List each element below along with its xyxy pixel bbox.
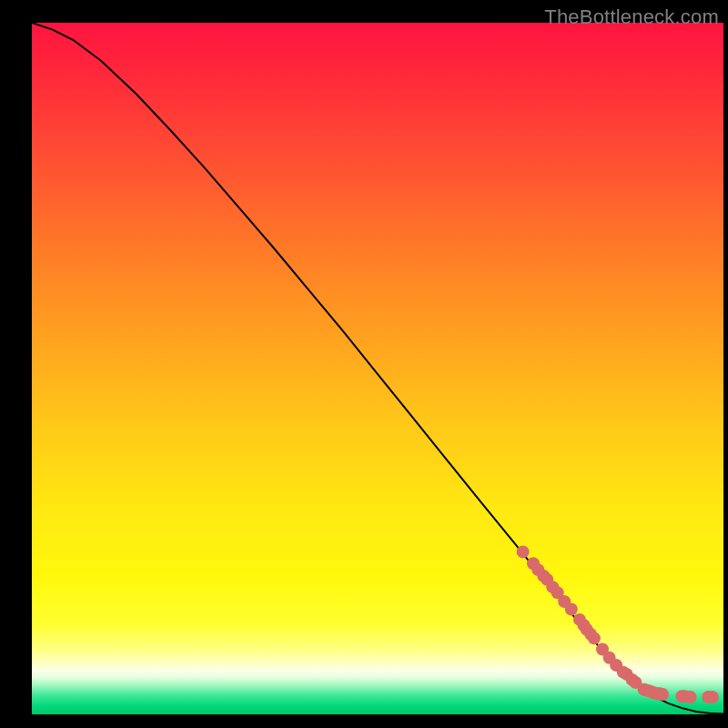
data-point bbox=[648, 686, 661, 699]
data-point bbox=[684, 691, 697, 703]
data-point bbox=[527, 557, 540, 570]
data-point bbox=[531, 563, 544, 576]
data-point bbox=[652, 687, 664, 700]
chart-background-gradient bbox=[32, 23, 723, 714]
data-point bbox=[640, 683, 652, 696]
data-point bbox=[656, 688, 669, 701]
data-point bbox=[537, 570, 550, 582]
performance-curve bbox=[32, 23, 723, 714]
data-point bbox=[626, 673, 639, 686]
data-point bbox=[541, 573, 553, 586]
data-point bbox=[706, 691, 719, 703]
watermark-text: TheBottleneck.com bbox=[544, 5, 719, 29]
data-point bbox=[588, 632, 601, 644]
data-markers-group bbox=[517, 545, 719, 703]
data-point bbox=[610, 659, 622, 672]
data-point bbox=[702, 691, 714, 703]
data-point bbox=[629, 676, 642, 689]
data-point bbox=[558, 595, 571, 608]
data-point bbox=[621, 668, 633, 681]
data-point bbox=[565, 602, 578, 615]
data-point bbox=[675, 690, 688, 703]
data-point bbox=[617, 666, 630, 679]
data-point bbox=[678, 690, 691, 703]
data-point bbox=[603, 652, 616, 664]
data-point bbox=[642, 684, 655, 697]
data-point bbox=[581, 623, 593, 636]
data-point bbox=[546, 581, 559, 593]
data-point bbox=[644, 685, 657, 698]
data-point bbox=[584, 628, 597, 641]
data-point bbox=[653, 687, 666, 700]
chart-plot-area bbox=[32, 23, 723, 714]
data-point bbox=[551, 586, 564, 599]
chart-svg bbox=[32, 23, 723, 714]
data-point bbox=[573, 613, 586, 626]
data-point bbox=[577, 619, 590, 632]
data-point bbox=[638, 683, 651, 696]
data-point bbox=[596, 643, 609, 656]
data-point bbox=[517, 545, 530, 558]
